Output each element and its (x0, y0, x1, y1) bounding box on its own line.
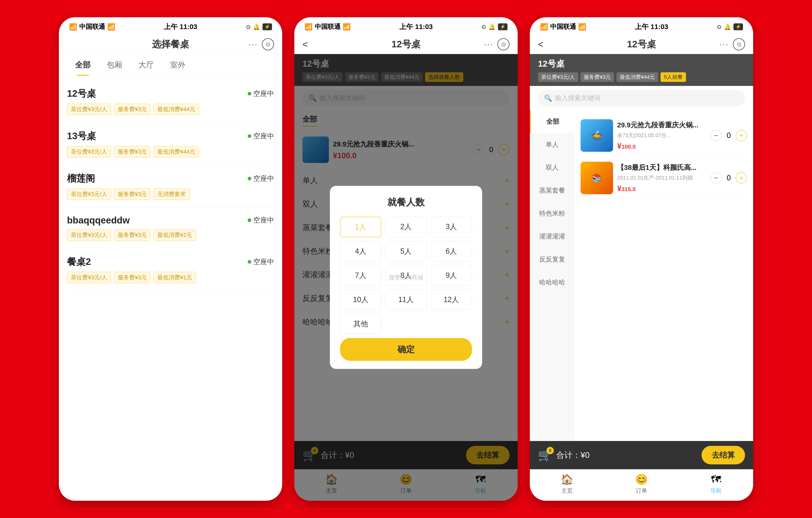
people-btn-other[interactable]: 其他 (340, 314, 381, 334)
more-button-3[interactable]: ··· (720, 40, 729, 49)
table-row[interactable]: 餐桌2 空座中 茶位费¥3元/人 服务费¥3元 最低消费¥1元 (67, 248, 274, 291)
table-row[interactable]: 13号桌 空座中 茶位费¥3元/人 服务费¥3元 最低消费¥44元 (67, 122, 274, 165)
people-btn-7[interactable]: 7人 (340, 266, 381, 285)
more-button-2[interactable]: ··· (484, 40, 493, 49)
wifi-icon: 📶 (107, 23, 115, 31)
nav-home-3[interactable]: 🏠 主页 (530, 473, 604, 495)
table-row[interactable]: bbaqqqeeddw 空座中 茶位费¥3元/人 服务费¥3元 最低消费¥2元 (67, 208, 274, 248)
people-btn-1[interactable]: 1人 (340, 217, 381, 237)
time-2: 上午 11:03 (399, 22, 433, 31)
target-icon-1[interactable]: ⊙ (262, 38, 274, 50)
people-btn-8[interactable]: 8人 (385, 266, 427, 285)
cart-total-3: 合计：¥0 (556, 449, 697, 461)
search-icon-3: 🔍 (544, 94, 552, 102)
carrier-3: 📶 中国联通 📶 (540, 22, 586, 31)
confirm-button[interactable]: 确定 (340, 338, 472, 361)
status-icons-1: ⊙ 🔔 ⚡ (246, 23, 272, 30)
location-icon-3: ⊙ (717, 24, 722, 30)
people-btn-2[interactable]: 2人 (385, 217, 427, 237)
more-button-1[interactable]: ··· (249, 40, 258, 49)
tag-service: 服务费¥3元 (114, 189, 151, 200)
table-row[interactable]: 榴莲阁 空座中 茶位费¥3元/人 服务费¥3元 无消费要求 (67, 165, 274, 208)
info-tag-3-1: 服务费¥3元 (581, 72, 614, 82)
info-tag-3-3: 5人就餐 (661, 72, 686, 82)
cat-rice-3[interactable]: 特色米粉 (530, 202, 575, 225)
bottom-nav-3: 🏠 主页 😊 订单 🗺 导航 (530, 469, 753, 501)
signal-icon: 📶 (69, 23, 77, 31)
people-btn-6[interactable]: 6人 (431, 241, 472, 262)
people-count-modal: 就餐人数 1人 2人 3人 4人 5人 6人 7人 8人 9人 10人 11人 … (330, 186, 482, 369)
product-name-3-1: 【38最后1天】科颜氏高... (617, 163, 706, 172)
nav-nav-3[interactable]: 🗺 导航 (678, 473, 753, 495)
table-name: 餐桌2 (67, 255, 91, 268)
signal-icon-3: 📶 (540, 23, 548, 31)
product-list-3: 🍲 29.9元抢九段香重庆火锅... 余73天|2021.05.07生... ¥… (575, 110, 753, 441)
page-title-3: 12号桌 (627, 38, 656, 51)
table-name: bbaqqqeeddw (67, 215, 130, 226)
stepper-3-1: − 0 + (710, 172, 747, 184)
decrement-3-1[interactable]: − (710, 172, 722, 184)
checkout-button-3[interactable]: 去结算 (702, 446, 745, 464)
tab-hall[interactable]: 大厅 (130, 54, 162, 76)
target-icon-3[interactable]: ⊙ (733, 38, 745, 50)
alarm-icon: 🔔 (253, 24, 260, 30)
decrement-3-0[interactable]: − (710, 130, 722, 141)
product-img-3-0: 🍲 (581, 119, 613, 152)
tag-row: 茶位费¥3元/人 服务费¥3元 最低消费¥44元 (67, 104, 274, 115)
product-img-3-1: 📚 (581, 162, 613, 194)
cat-guan-3[interactable]: 灌灌灌灌 (530, 225, 575, 248)
increment-3-0[interactable]: + (736, 130, 747, 141)
status-dot (248, 92, 251, 96)
search-box-3[interactable]: 🔍 输入搜索关键词 (538, 90, 745, 106)
tag-tea: 茶位费¥3元/人 (67, 146, 111, 158)
table-status: 空座中 (248, 89, 274, 98)
tag-min: 最低消费¥1元 (153, 272, 196, 283)
menu-layout-3: 全部 单人 双人 蒸菜套餐 特色米粉 灌灌灌灌 反反复复 哈哈哈哈 🍲 29.9… (530, 110, 753, 441)
page-title-1: 选择餐桌 (152, 38, 189, 51)
cat-single-3[interactable]: 单人 (530, 133, 575, 156)
tab-all[interactable]: 全部 (67, 54, 99, 76)
people-btn-9[interactable]: 9人 (431, 266, 472, 285)
people-btn-12[interactable]: 12人 (431, 290, 472, 310)
cat-all-3[interactable]: 全部 (530, 110, 575, 133)
home-label-3: 主页 (561, 487, 573, 495)
cat-steam-3[interactable]: 蒸菜套餐 (530, 179, 575, 202)
battery-icon-2: ⚡ (498, 23, 508, 30)
qty-3-0: 0 (725, 131, 733, 140)
people-btn-4[interactable]: 4人 (340, 241, 381, 262)
product-img-placeholder-0: 🍲 (581, 119, 613, 152)
people-btn-10[interactable]: 10人 (340, 290, 381, 310)
status-icons-2: ⊙ 🔔 ⚡ (481, 23, 508, 30)
back-button-3[interactable]: < (538, 39, 544, 50)
info-tag-3-2: 最低消费¥44元 (616, 72, 658, 82)
cart-icon-wrap-3[interactable]: 🛒 0 (538, 448, 552, 462)
increment-3-1[interactable]: + (736, 172, 747, 184)
tag-row: 茶位费¥3元/人 服务费¥3元 无消费要求 (67, 189, 274, 200)
wifi-icon-2: 📶 (343, 23, 351, 31)
tab-outdoor[interactable]: 室外 (162, 54, 194, 76)
cat-fan-3[interactable]: 反反复复 (530, 248, 575, 271)
nav-label-3: 导航 (710, 487, 722, 495)
people-btn-5[interactable]: 5人 (385, 241, 427, 262)
people-btn-3[interactable]: 3人 (431, 217, 472, 237)
time-3: 上午 11:03 (635, 22, 668, 31)
people-btn-11[interactable]: 11人 (385, 290, 427, 310)
target-icon-2[interactable]: ⊙ (497, 38, 510, 50)
cat-ha-3[interactable]: 哈哈哈哈 (530, 271, 575, 294)
people-grid: 1人 2人 3人 4人 5人 6人 7人 8人 9人 10人 11人 12人 (340, 217, 472, 310)
search-placeholder-3: 输入搜索关键词 (555, 94, 601, 103)
tag-min: 最低消费¥44元 (153, 104, 199, 115)
alarm-icon-2: 🔔 (488, 24, 495, 30)
back-button-2[interactable]: < (302, 39, 308, 50)
cat-double-3[interactable]: 双人 (530, 156, 575, 179)
orders-icon-3: 😊 (635, 473, 648, 485)
tab-private[interactable]: 包厢 (99, 54, 130, 76)
orders-label-3: 订单 (636, 487, 647, 495)
home-icon-3: 🏠 (561, 473, 573, 485)
screen-content-3: 12号桌 茶位费¥3元/人 服务费¥3元 最低消费¥44元 5人就餐 🔍 输入搜… (530, 54, 753, 501)
phone-2: 📶 中国联通 📶 上午 11:03 ⊙ 🔔 ⚡ < 12号桌 ··· ⊙ 12号… (294, 17, 518, 501)
nav-orders-3[interactable]: 😊 订单 (604, 473, 679, 495)
alarm-icon-3: 🔔 (724, 24, 731, 30)
table-row[interactable]: 12号桌 空座中 茶位费¥3元/人 服务费¥3元 最低消费¥44元 (67, 80, 274, 122)
status-icons-3: ⊙ 🔔 ⚡ (717, 23, 743, 30)
